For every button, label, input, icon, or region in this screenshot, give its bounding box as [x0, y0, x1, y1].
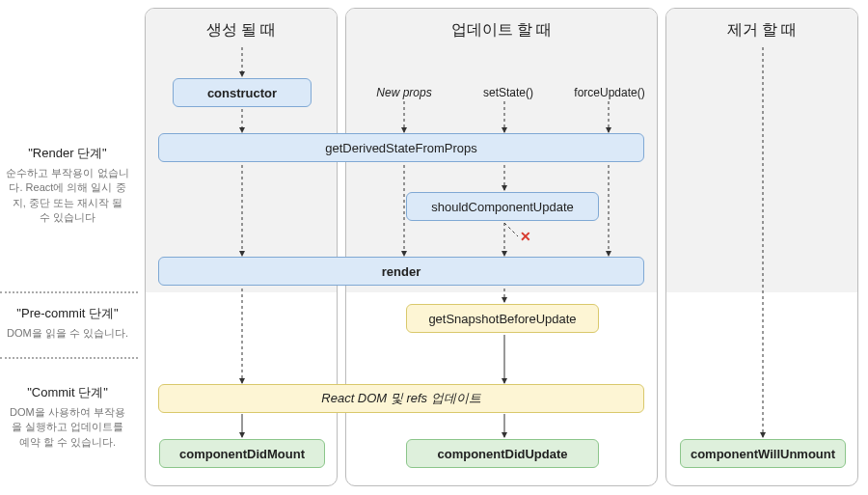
phase-commit: "Commit 단계" DOM을 사용하여 부작용을 실행하고 업데이트를 예약…: [0, 384, 135, 450]
columns: 생성 될 때 constructor componentDidMount 업데이…: [145, 8, 862, 490]
col-update: 업데이트 할 때 New props setState() forceUpdat…: [345, 8, 658, 486]
box-get-snapshot-before-update[interactable]: getSnapshotBeforeUpdate: [406, 304, 599, 333]
phase-precommit-desc: DOM을 읽을 수 있습니다.: [6, 326, 129, 341]
col-unmount: 제거 할 때 componentWillUnmount: [665, 8, 858, 486]
box-react-dom-refs: React DOM 및 refs 업데이트: [158, 384, 644, 413]
phase-divider-1: [0, 291, 138, 293]
phase-divider-2: [0, 357, 138, 359]
phase-render-desc: 순수하고 부작용이 없습니다. React에 의해 일시 중지, 중단 또는 재…: [6, 166, 129, 226]
box-component-did-mount[interactable]: componentDidMount: [159, 439, 325, 468]
sidebar: "Render 단계" 순수하고 부작용이 없습니다. React에 의해 일시…: [0, 0, 145, 495]
phase-commit-desc: DOM을 사용하여 부작용을 실행하고 업데이트를 예약 할 수 있습니다.: [6, 405, 129, 450]
box-render[interactable]: render: [158, 257, 644, 286]
box-get-derived-state-from-props[interactable]: getDerivedStateFromProps: [158, 133, 644, 162]
col-mount-title: 생성 될 때: [146, 20, 337, 41]
col-update-title: 업데이트 할 때: [346, 20, 657, 41]
lifecycle-diagram: "Render 단계" 순수하고 부작용이 없습니다. React에 의해 일시…: [0, 0, 868, 495]
phase-precommit-title: "Pre-commit 단계": [6, 305, 129, 322]
trigger-set-state: setState(): [470, 86, 547, 99]
box-component-will-unmount[interactable]: componentWillUnmount: [680, 439, 846, 468]
trigger-force-update: forceUpdate(): [566, 86, 653, 99]
col-mount: 생성 될 때 constructor componentDidMount: [145, 8, 338, 486]
phase-precommit: "Pre-commit 단계" DOM을 읽을 수 있습니다.: [0, 305, 135, 341]
phase-render-title: "Render 단계": [6, 145, 129, 162]
box-should-component-update[interactable]: shouldComponentUpdate: [406, 192, 599, 221]
box-constructor[interactable]: constructor: [173, 78, 312, 107]
col-unmount-title: 제거 할 때: [666, 20, 857, 41]
col-unmount-shade: [666, 9, 857, 292]
box-component-did-update[interactable]: componentDidUpdate: [406, 439, 599, 468]
trigger-new-props: New props: [366, 86, 443, 99]
phase-commit-title: "Commit 단계": [6, 384, 129, 401]
x-icon: ✕: [520, 229, 531, 244]
phase-render: "Render 단계" 순수하고 부작용이 없습니다. React에 의해 일시…: [0, 145, 135, 226]
